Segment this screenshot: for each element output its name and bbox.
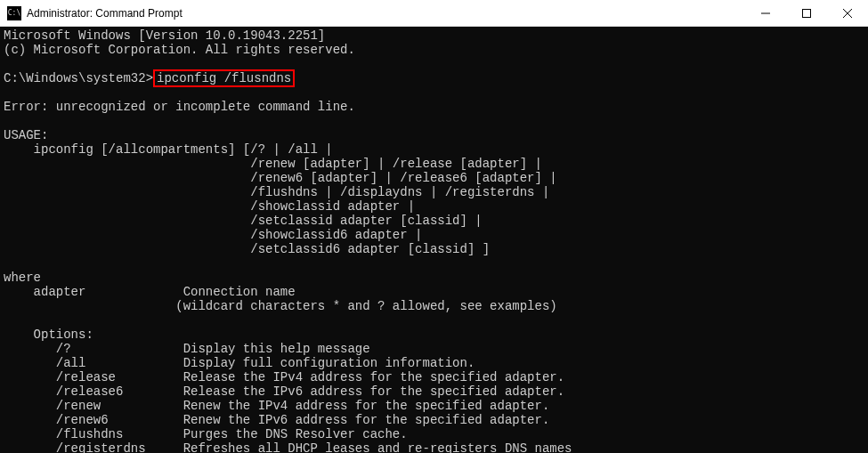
option-all: /all Display full configuration informat…	[4, 356, 864, 370]
usage-line: /setclassid adapter [classid] |	[4, 214, 864, 228]
blank-line	[4, 256, 864, 271]
minimize-icon	[761, 9, 770, 18]
blank-line	[4, 85, 864, 100]
usage-line: /showclassid adapter |	[4, 199, 864, 214]
option-release6: /release6 Release the IPv6 address for t…	[4, 384, 864, 399]
copyright-line: (c) Microsoft Corporation. All rights re…	[4, 43, 864, 57]
option-release: /release Release the IPv4 address for th…	[4, 370, 864, 384]
option-renew6: /renew6 Renew the IPv6 address for the s…	[4, 413, 864, 427]
cmd-icon: C:\	[7, 6, 21, 20]
close-icon	[843, 9, 852, 18]
usage-line: /setclassid6 adapter [classid] ]	[4, 242, 864, 256]
terminal-output[interactable]: Microsoft Windows [Version 10.0.19043.22…	[0, 27, 868, 453]
command-prompt-window: C:\ Administrator: Command Prompt Micros…	[0, 0, 868, 453]
usage-line: /renew [adapter] | /release [adapter] |	[4, 157, 864, 171]
usage-line: /flushdns | /displaydns | /registerdns |	[4, 185, 864, 199]
typed-command-highlight: ipconfig /flusndns	[153, 69, 295, 87]
usage-line: ipconfig [/allcompartments] [/? | /all |	[4, 142, 864, 157]
maximize-icon	[802, 9, 811, 18]
usage-line: /renew6 [adapter] | /release6 [adapter] …	[4, 171, 864, 185]
window-controls	[745, 0, 868, 26]
option-registerdns: /registerdns Refreshes all DHCP leases a…	[4, 441, 864, 453]
option-flushdns: /flushdns Purges the DNS Resolver cache.	[4, 427, 864, 441]
blank-line	[4, 114, 864, 128]
error-line: Error: unrecognized or incomplete comman…	[4, 100, 864, 114]
where-line: adapter Connection name	[4, 285, 864, 299]
minimize-button[interactable]	[745, 0, 786, 27]
options-header: Options:	[4, 328, 864, 342]
usage-line: /showclassid6 adapter |	[4, 228, 864, 242]
blank-line	[4, 313, 864, 328]
where-line: (wildcard characters * and ? allowed, se…	[4, 299, 864, 313]
maximize-button[interactable]	[786, 0, 827, 27]
cmd-icon-glyph: C:\	[8, 10, 20, 17]
blank-line	[4, 57, 864, 71]
prompt-line: C:\Windows\system32>ipconfig /flusndns	[4, 71, 864, 85]
titlebar[interactable]: C:\ Administrator: Command Prompt	[0, 0, 868, 27]
close-button[interactable]	[827, 0, 868, 27]
prompt-path: C:\Windows\system32>	[4, 71, 153, 85]
window-title: Administrator: Command Prompt	[27, 7, 745, 20]
option-help: /? Display this help message	[4, 342, 864, 356]
usage-header: USAGE:	[4, 128, 864, 142]
option-renew: /renew Renew the IPv4 address for the sp…	[4, 399, 864, 413]
svg-rect-1	[803, 10, 811, 18]
where-header: where	[4, 271, 864, 285]
version-line: Microsoft Windows [Version 10.0.19043.22…	[4, 28, 864, 43]
